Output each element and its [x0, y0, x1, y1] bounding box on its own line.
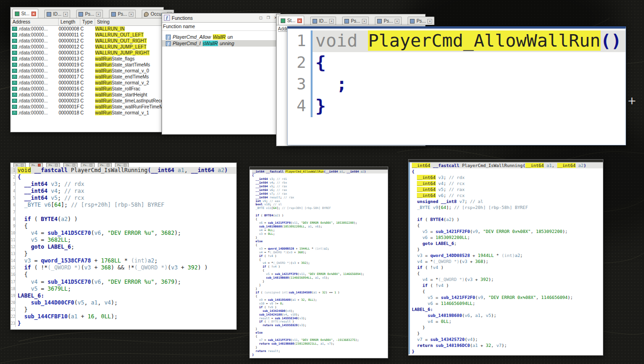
code-line[interactable]: __int64 __fastcall PlayerCmd_IsWallRunni…: [412, 162, 603, 168]
close-icon[interactable]: ✕: [329, 19, 334, 24]
code-line[interactable]: }: [252, 353, 388, 357]
code-line[interactable]: __int64 v6; // rax: [252, 188, 388, 192]
code-line[interactable]: 17 v4 = sub_141D5CE70(v6, "DEV ERROR %u"…: [11, 279, 236, 286]
strings-table-row[interactable]: ".rdata:00000...00000013CwallRunState_fl…: [11, 56, 163, 62]
close-icon[interactable]: [72, 164, 75, 167]
code-line[interactable]: }: [252, 236, 388, 239]
code-line[interactable]: 14 v3 = qword_1538CFA78 + 1768LL * (int)…: [11, 257, 236, 264]
close-icon[interactable]: ✕: [427, 19, 432, 24]
code-line[interactable]: v10 = v9 != 0;: [252, 302, 388, 305]
close-icon[interactable]: [38, 164, 41, 167]
tab-ps[interactable]: Ps...✕: [375, 17, 402, 25]
code-line[interactable]: 13 }: [11, 251, 236, 257]
clipped-tab[interactable]: Ps...: [29, 163, 43, 167]
code-line[interactable]: v3 = qword_14DD08528 + 1944LL * (int)a2;: [412, 252, 603, 258]
code-line[interactable]: {: [252, 269, 388, 272]
code-line[interactable]: 4 __int64 v4; // rax: [11, 188, 236, 195]
tab-id[interactable]: ID...✕: [44, 10, 70, 18]
code-line[interactable]: 1void __fastcall PlayerCmd_IsWallRunning…: [11, 167, 236, 174]
function-list-item[interactable]: fPlayerCmd_AllowWallRun: [162, 34, 280, 40]
code-line[interactable]: {: [252, 217, 388, 221]
code-line[interactable]: v4 = 0LL;: [412, 318, 603, 324]
code-line[interactable]: {: [412, 168, 603, 174]
close-icon[interactable]: ✕: [129, 12, 133, 17]
code-line[interactable]: if ( (_BYTE)result ): [252, 320, 388, 323]
clipped-tab[interactable]: Ps...: [81, 163, 95, 167]
code-line[interactable]: sub_14819B680(1853092200LL, a1, v6);: [252, 225, 388, 228]
code-line[interactable]: {: [252, 334, 388, 338]
close-icon[interactable]: [124, 164, 126, 167]
code-line[interactable]: __int64 v4; // rbx: [252, 181, 388, 185]
tab-ps[interactable]: Ps...✕: [408, 17, 434, 25]
code-line[interactable]: if ( !v4 ): [412, 264, 603, 270]
close-icon[interactable]: ✕: [297, 18, 302, 23]
clipped-tab[interactable]: D...: [13, 163, 26, 167]
code-line[interactable]: 20 sub_144D00CF0(v5, a1, v4);: [11, 299, 236, 306]
code-line[interactable]: 1void PlayerCmd_AllowWallRun(): [288, 30, 626, 52]
code-line[interactable]: v4 = 0LL;: [252, 228, 388, 232]
code-line[interactable]: __int64 v3; // rdi: [252, 177, 388, 181]
code-line[interactable]: 18 v5 = 3679LL;: [11, 286, 236, 292]
code-line[interactable]: int v9; // eax: [252, 199, 388, 203]
strings-table-row[interactable]: ".rdata:00000...00000016CwallRunState_ro…: [11, 86, 163, 92]
code-line[interactable]: v9 = sub_148195A00(a1 + 32, 0LL);: [252, 298, 388, 302]
code-line[interactable]: }: [412, 246, 603, 252]
code-line[interactable]: return sub_14595E820(v3);: [252, 323, 388, 327]
clipped-tab[interactable]: Ps...: [98, 163, 112, 167]
strings-table-row[interactable]: ".rdata:00000...00000012CWALLRUN_JUMP_LE…: [11, 44, 163, 50]
strings-table-row[interactable]: ".rdata:00000...00000018CwallRunState_no…: [11, 110, 163, 116]
code-line[interactable]: [412, 210, 603, 216]
column-header-type[interactable]: Type: [80, 18, 95, 25]
close-icon[interactable]: ✕: [96, 12, 101, 17]
code-line[interactable]: 9 {: [11, 223, 236, 230]
code-line[interactable]: {: [252, 294, 388, 298]
code-line[interactable]: }: [252, 327, 388, 331]
column-header-string[interactable]: String: [95, 18, 163, 25]
code-line[interactable]: _BYTE v9[64]; // [rsp+20h] [rbp-58h] BYR…: [412, 204, 603, 210]
code-line[interactable]: {: [412, 288, 603, 294]
strings-table-row[interactable]: ".rdata:00000...00000018CwallRunState_no…: [11, 68, 163, 74]
tab-st[interactable]: St...✕: [278, 16, 304, 25]
clipped-tab[interactable]: Oc...: [63, 163, 78, 167]
code-line[interactable]: }: [252, 280, 388, 283]
code-line[interactable]: result = sub_14595E340(v3);: [252, 316, 388, 320]
code-line[interactable]: 2{: [11, 174, 236, 181]
code-line[interactable]: {: [412, 270, 603, 276]
code-line[interactable]: v6 = 1853092200LL;: [412, 234, 603, 240]
close-icon[interactable]: ✕: [31, 12, 36, 16]
code-line[interactable]: 11 v5 = 3682LL;: [11, 237, 236, 244]
code-line[interactable]: __int64 v5; // rax: [252, 185, 388, 188]
function-list-item[interactable]: fPlayerCmd_IsWallRunning: [162, 40, 280, 47]
close-icon[interactable]: [90, 164, 92, 167]
close-icon[interactable]: [107, 164, 109, 167]
code-line[interactable]: if ( BYTE4(a2) ): [412, 216, 603, 222]
code-line[interactable]: sub_143424180(v4, v10);: [252, 313, 388, 316]
code-line[interactable]: v6 = sub_1421FF2F0(v11, "DEV ERROR 0x%08…: [252, 221, 388, 225]
functions-titlebar[interactable]: f Functions ▢ ❐ ✕: [162, 13, 280, 23]
code-line[interactable]: }: [252, 287, 388, 291]
code-line[interactable]: 6 _BYTE v6[64]; // [rsp+20h] [rbp-58h] B…: [11, 202, 236, 209]
strings-table-row[interactable]: ".rdata:00000...00000018CwallRunState_no…: [11, 80, 163, 86]
code-line[interactable]: 16 {: [11, 271, 236, 278]
code-line[interactable]: return sub_14819B680(2381286021LL, a1, v…: [252, 342, 388, 346]
code-line[interactable]: v3 = qword_14DD0B528 + 1944LL * (int)a2;: [252, 247, 388, 251]
code-line[interactable]: }: [412, 324, 603, 330]
code-line[interactable]: 5 __int64 v5; // rcx: [11, 195, 236, 202]
code-line[interactable]: if ( !v4 ): [412, 282, 603, 288]
code-line[interactable]: 3 ;: [288, 74, 626, 95]
code-line[interactable]: return result;: [252, 349, 388, 353]
code-line[interactable]: {: [252, 173, 388, 177]
strings-table-row[interactable]: ".rdata:00000...00000011CWALLRUN_OUT_LEF…: [11, 32, 163, 38]
strings-table-row[interactable]: ".rdata:00000...00000023CwallRunState_ti…: [11, 98, 163, 104]
column-header-length[interactable]: Length: [59, 18, 80, 25]
code-line[interactable]: v4 = *(_QWORD *)(v3 + 392);: [252, 261, 388, 265]
code-line[interactable]: 22 sub_144CFBF10(a1 + 16, 0LL);: [11, 313, 236, 320]
strings-table-row[interactable]: ".rdata:00000...0000001FCwallRunState_wa…: [11, 104, 163, 110]
code-line[interactable]: else: [252, 239, 388, 243]
maximize-icon[interactable]: ▢: [258, 15, 264, 21]
code-line[interactable]: if ( !v4 ): [252, 265, 388, 269]
code-line[interactable]: __int64 v7; // rax: [252, 192, 388, 196]
code-line[interactable]: v7 = sub_143425720(v4);: [412, 336, 603, 342]
code-line[interactable]: v4 = *(_QWORD *)(v3 + 368);: [252, 251, 388, 254]
code-line[interactable]: 8 if ( BYTE4(a2) ): [11, 216, 236, 223]
